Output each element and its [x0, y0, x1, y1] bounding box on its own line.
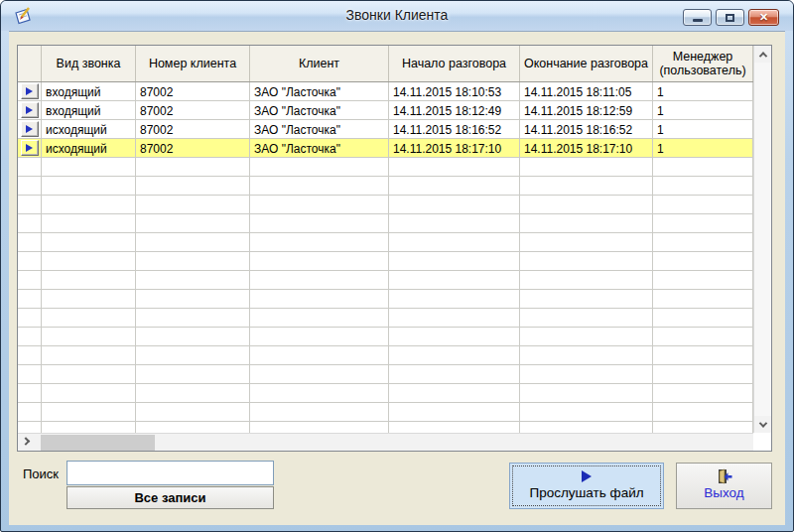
- empty-row: [18, 196, 753, 214]
- cell-manager[interactable]: 1: [653, 139, 753, 158]
- table-row[interactable]: исходящий 87002 ЗАО "Ласточка" 14.11.201…: [18, 139, 753, 158]
- title-bar[interactable]: Звонки Клиента ✕: [1, 1, 793, 31]
- cell-client[interactable]: ЗАО "Ласточка": [250, 82, 389, 101]
- row-indicator[interactable]: [18, 120, 42, 139]
- row-arrow-icon: [26, 125, 33, 133]
- empty-row: [18, 290, 753, 309]
- cell-client[interactable]: ЗАО "Ласточка": [250, 139, 389, 158]
- horizontal-scrollbar[interactable]: [18, 433, 753, 451]
- cell-end[interactable]: 14.11.2015 18:11:05: [520, 82, 653, 101]
- row-indicator[interactable]: [18, 101, 42, 120]
- cell-start[interactable]: 14.11.2015 18:16:52: [389, 120, 520, 139]
- close-button[interactable]: ✕: [748, 9, 779, 26]
- cell-call-type[interactable]: исходящий: [42, 120, 136, 139]
- search-input[interactable]: [66, 461, 274, 485]
- chevron-right-icon: [22, 437, 30, 445]
- row-indicator[interactable]: [18, 139, 42, 158]
- empty-row: [18, 158, 753, 177]
- vertical-scrollbar[interactable]: [753, 46, 771, 433]
- column-header-manager: Менеджер (пользователь): [653, 46, 753, 81]
- cell-client-number[interactable]: 87002: [136, 120, 250, 139]
- empty-rows: [18, 158, 753, 433]
- empty-row: [18, 403, 753, 422]
- exit-door-icon: [716, 467, 733, 485]
- empty-row: [18, 422, 753, 433]
- empty-row: [18, 384, 753, 403]
- cell-call-type[interactable]: исходящий: [42, 139, 136, 158]
- cell-client-number[interactable]: 87002: [136, 101, 250, 120]
- exit-label: Выход: [677, 485, 771, 500]
- cell-client-number[interactable]: 87002: [136, 82, 250, 101]
- column-header-client: Клиент: [250, 46, 389, 81]
- row-arrow-icon: [26, 106, 33, 114]
- scroll-up-button[interactable]: [754, 46, 771, 63]
- cell-end[interactable]: 14.11.2015 18:16:52: [520, 120, 653, 139]
- maximize-button[interactable]: [716, 9, 744, 26]
- column-header-end: Окончание разговора: [520, 46, 653, 81]
- empty-row: [18, 328, 753, 346]
- table-row[interactable]: входящий 87002 ЗАО "Ласточка" 14.11.2015…: [18, 82, 753, 101]
- cell-call-type[interactable]: входящий: [42, 82, 136, 101]
- empty-row: [18, 271, 753, 290]
- table-row[interactable]: исходящий 87002 ЗАО "Ласточка" 14.11.201…: [18, 120, 753, 139]
- cell-start[interactable]: 14.11.2015 18:12:49: [389, 101, 520, 120]
- empty-row: [18, 346, 753, 365]
- column-header-client-number: Номер клиента: [136, 46, 250, 81]
- empty-row: [18, 309, 753, 328]
- play-file-button[interactable]: Прослушать файл: [509, 463, 664, 509]
- cell-end[interactable]: 14.11.2015 18:12:59: [520, 101, 653, 120]
- row-arrow-icon: [26, 144, 33, 152]
- client-area: Вид звонка Номер клиента Клиент Начало р…: [9, 31, 785, 525]
- scrollbar-corner: [753, 433, 771, 451]
- horizontal-scrollbar-thumb[interactable]: [41, 435, 155, 451]
- maximize-icon: [726, 14, 734, 22]
- column-header-indicator: [18, 46, 42, 81]
- cell-end[interactable]: 14.11.2015 18:17:10: [520, 139, 653, 158]
- calls-grid: Вид звонка Номер клиента Клиент Начало р…: [17, 45, 772, 452]
- chevron-down-icon: [758, 419, 766, 427]
- all-records-button[interactable]: Все записи: [66, 486, 274, 509]
- grid-area: Вид звонка Номер клиента Клиент Начало р…: [18, 46, 753, 433]
- cell-call-type[interactable]: входящий: [42, 101, 136, 120]
- exit-button[interactable]: Выход: [676, 463, 772, 509]
- scroll-right-button[interactable]: [18, 434, 34, 451]
- grid-header: Вид звонка Номер клиента Клиент Начало р…: [18, 46, 753, 82]
- column-header-start: Начало разговора: [389, 46, 520, 81]
- window-title: Звонки Клиента: [1, 7, 793, 23]
- cell-start[interactable]: 14.11.2015 18:17:10: [389, 139, 520, 158]
- empty-row: [18, 365, 753, 384]
- empty-row: [18, 233, 753, 252]
- cell-client-number[interactable]: 87002: [136, 139, 250, 158]
- chevron-up-icon: [758, 52, 766, 60]
- close-icon: ✕: [759, 12, 768, 23]
- column-header-call-type: Вид звонка: [42, 46, 136, 81]
- focus-rectangle: [512, 466, 661, 506]
- table-row[interactable]: входящий 87002 ЗАО "Ласточка" 14.11.2015…: [18, 101, 753, 120]
- window: Звонки Клиента ✕ Вид звонка Номер клиент…: [0, 0, 794, 532]
- row-indicator[interactable]: [18, 82, 42, 101]
- search-label: Поиск: [23, 466, 59, 481]
- cell-start[interactable]: 14.11.2015 18:10:53: [389, 82, 520, 101]
- scroll-down-button[interactable]: [754, 416, 771, 433]
- cell-manager[interactable]: 1: [653, 120, 753, 139]
- empty-row: [18, 214, 753, 233]
- row-arrow-icon: [26, 87, 33, 95]
- minimize-icon: [693, 19, 703, 22]
- cell-client[interactable]: ЗАО "Ласточка": [250, 101, 389, 120]
- empty-row: [18, 252, 753, 271]
- cell-manager[interactable]: 1: [653, 82, 753, 101]
- empty-row: [18, 177, 753, 196]
- minimize-button[interactable]: [683, 9, 712, 26]
- cell-manager[interactable]: 1: [653, 101, 753, 120]
- cell-client[interactable]: ЗАО "Ласточка": [250, 120, 389, 139]
